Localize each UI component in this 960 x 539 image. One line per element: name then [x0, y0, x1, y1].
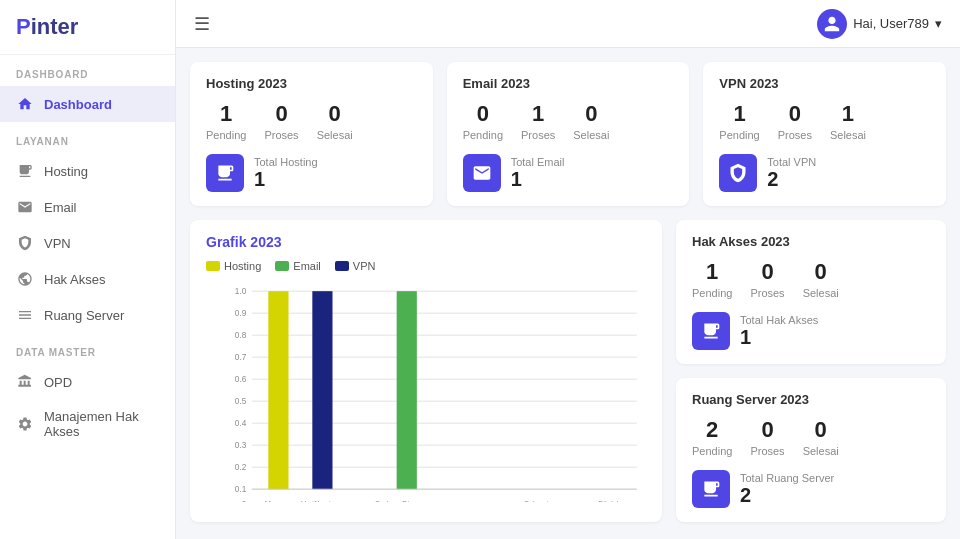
hak-akses-selesai-label: Selesai [803, 287, 839, 299]
svg-text:0.4: 0.4 [235, 419, 247, 428]
section-label-dashboard: DASHBOARD [0, 55, 175, 86]
hosting-icon-box [206, 154, 244, 192]
svg-text:0.9: 0.9 [235, 309, 247, 318]
vpn-card-footer: Total VPN 2 [719, 154, 930, 192]
email-pending-stat: 0 Pending [463, 101, 503, 142]
svg-text:0.1: 0.1 [235, 485, 247, 494]
ruang-server-selesai-stat: 0 Selesai [803, 417, 839, 458]
sidebar-item-opd[interactable]: OPD [0, 364, 175, 400]
ruang-server-card: Ruang Server 2023 2 Pending 0 Proses 0 S [676, 378, 946, 522]
ruang-server-stats: 2 Pending 0 Proses 0 Selesai [692, 417, 930, 458]
logo-p-letter: P [16, 14, 31, 39]
hosting-proses-number: 0 [264, 101, 298, 127]
sidebar-item-dashboard[interactable]: Dashboard [0, 86, 175, 122]
hak-akses-total-number: 1 [740, 326, 818, 349]
svg-text:0.6: 0.6 [235, 375, 247, 384]
svg-rect-22 [312, 291, 332, 489]
ruang-server-pending-label: Pending [692, 445, 732, 457]
main-content: ☰ Hai, User789 ▾ Hosting 2023 1 Pending [176, 0, 960, 539]
svg-rect-21 [268, 291, 288, 489]
hak-akses-total-info: Total Hak Akses 1 [740, 314, 818, 349]
email-total-number: 1 [511, 168, 565, 191]
svg-rect-24 [397, 291, 417, 489]
hamburger-menu[interactable]: ☰ [194, 13, 210, 35]
vpn-total-label: Total VPN [767, 156, 816, 168]
hak-akses-total-label: Total Hak Akses [740, 314, 818, 326]
legend-hosting-dot [206, 261, 220, 271]
ruang-server-icon-box [692, 470, 730, 508]
vpn-proses-stat: 0 Proses [778, 101, 812, 142]
sidebar-item-manajemen-hak-akses[interactable]: Manajemen Hak Akses [0, 400, 175, 448]
hosting-proses-stat: 0 Proses [264, 101, 298, 142]
sidebar-item-label: Dashboard [44, 97, 112, 112]
hosting-proses-label: Proses [264, 129, 298, 141]
chart-title: Grafik 2023 [206, 234, 646, 250]
menu-icon [16, 306, 34, 324]
sidebar-item-hak-akses[interactable]: Hak Akses [0, 261, 175, 297]
sidebar-item-ruang-server[interactable]: Ruang Server [0, 297, 175, 333]
sidebar-item-email[interactable]: Email [0, 189, 175, 225]
right-cards: Hak Akses 2023 1 Pending 0 Proses 0 Sele [676, 220, 946, 522]
email-icon [16, 198, 34, 216]
user-greeting: Hai, User789 [853, 16, 929, 31]
vpn-icon [16, 234, 34, 252]
topbar-right[interactable]: Hai, User789 ▾ [817, 9, 942, 39]
vpn-card: VPN 2023 1 Pending 0 Proses 1 Selesai [703, 62, 946, 206]
email-stats: 0 Pending 1 Proses 0 Selesai [463, 101, 674, 142]
bank-icon [16, 373, 34, 391]
email-selesai-stat: 0 Selesai [573, 101, 609, 142]
vpn-pending-number: 1 [719, 101, 759, 127]
svg-text:0.5: 0.5 [235, 397, 247, 406]
legend-hosting: Hosting [206, 260, 261, 272]
globe-icon [16, 270, 34, 288]
svg-text:0.8: 0.8 [235, 331, 247, 340]
hosting-pending-stat: 1 Pending [206, 101, 246, 142]
email-selesai-number: 0 [573, 101, 609, 127]
ruang-server-proses-label: Proses [750, 445, 784, 457]
vpn-selesai-label: Selesai [830, 129, 866, 141]
svg-text:Menunggu Verifikasi: Menunggu Verifikasi [265, 499, 331, 502]
ruang-server-total-label: Total Ruang Server [740, 472, 834, 484]
sidebar: Pinter DASHBOARD Dashboard LAYANAN Hosti… [0, 0, 176, 539]
email-proses-label: Proses [521, 129, 555, 141]
hak-akses-card-footer: Total Hak Akses 1 [692, 312, 930, 350]
svg-text:0.2: 0.2 [235, 463, 247, 472]
ruang-server-pending-stat: 2 Pending [692, 417, 732, 458]
sidebar-logo: Pinter [0, 0, 175, 55]
hosting-total-info: Total Hosting 1 [254, 156, 318, 191]
hosting-selesai-label: Selesai [317, 129, 353, 141]
legend-vpn-dot [335, 261, 349, 271]
email-proses-stat: 1 Proses [521, 101, 555, 142]
legend-email-dot [275, 261, 289, 271]
svg-text:0.3: 0.3 [235, 441, 247, 450]
hak-akses-stats: 1 Pending 0 Proses 0 Selesai [692, 259, 930, 300]
email-card-footer: Total Email 1 [463, 154, 674, 192]
section-label-layanan: LAYANAN [0, 122, 175, 153]
hak-akses-pending-stat: 1 Pending [692, 259, 732, 300]
hak-akses-selesai-stat: 0 Selesai [803, 259, 839, 300]
vpn-icon-box [719, 154, 757, 192]
vpn-total-number: 2 [767, 168, 816, 191]
vpn-total-info: Total VPN 2 [767, 156, 816, 191]
sidebar-item-hosting[interactable]: Hosting [0, 153, 175, 189]
hosting-stats: 1 Pending 0 Proses 0 Selesai [206, 101, 417, 142]
hak-akses-card-title: Hak Akses 2023 [692, 234, 930, 249]
sidebar-item-label: Email [44, 200, 77, 215]
legend-email: Email [275, 260, 321, 272]
svg-text:1.0: 1.0 [235, 287, 247, 296]
chart-legend: Hosting Email VPN [206, 260, 646, 272]
ruang-server-proses-stat: 0 Proses [750, 417, 784, 458]
logo-rest: inter [31, 14, 79, 39]
vpn-pending-stat: 1 Pending [719, 101, 759, 142]
hosting-pending-label: Pending [206, 129, 246, 141]
email-card: Email 2023 0 Pending 1 Proses 0 Selesai [447, 62, 690, 206]
ruang-server-selesai-label: Selesai [803, 445, 839, 457]
sidebar-item-vpn[interactable]: VPN [0, 225, 175, 261]
email-selesai-label: Selesai [573, 129, 609, 141]
vpn-proses-label: Proses [778, 129, 812, 141]
hak-akses-pending-label: Pending [692, 287, 732, 299]
sidebar-item-label: Hak Akses [44, 272, 105, 287]
vpn-proses-number: 0 [778, 101, 812, 127]
vpn-pending-label: Pending [719, 129, 759, 141]
ruang-server-card-footer: Total Ruang Server 2 [692, 470, 930, 508]
